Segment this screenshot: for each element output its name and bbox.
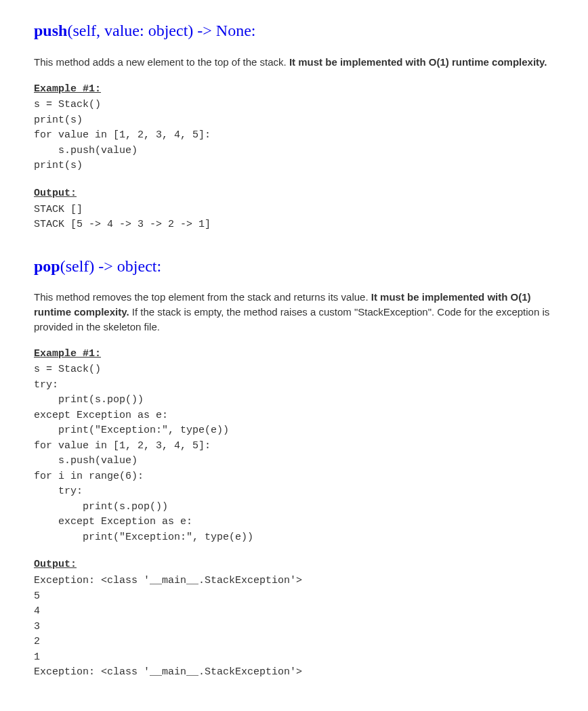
pop-example-code: s = Stack() try: print(s.pop()) except E… <box>34 362 554 545</box>
pop-desc-text: This method removes the top element from… <box>34 291 371 303</box>
pop-method-name: pop <box>34 257 60 275</box>
push-output-label: Output: <box>34 186 554 201</box>
pop-description: This method removes the top element from… <box>34 290 554 334</box>
pop-output-label: Output: <box>34 557 554 572</box>
push-output-code: STACK [] STACK [5 -> 4 -> 3 -> 2 -> 1] <box>34 202 554 233</box>
push-desc-text: This method adds a new element to the to… <box>34 56 289 68</box>
pop-method-sig: (self) -> object: <box>60 257 161 275</box>
push-desc-bold: It must be implemented with O(1) runtime… <box>289 56 547 68</box>
pop-output-code: Exception: <class '__main__.StackExcepti… <box>34 574 554 681</box>
push-method-sig: (self, value: object) -> None: <box>67 22 255 39</box>
push-description: This method adds a new element to the to… <box>34 55 554 70</box>
pop-heading: pop(self) -> object: <box>34 255 554 278</box>
push-heading: push(self, value: object) -> None: <box>34 19 554 43</box>
push-example-label: Example #1: <box>34 82 554 97</box>
push-method-name: push <box>34 22 67 39</box>
push-example-code: s = Stack() print(s) for value in [1, 2,… <box>34 98 554 174</box>
pop-example-label: Example #1: <box>34 347 554 362</box>
